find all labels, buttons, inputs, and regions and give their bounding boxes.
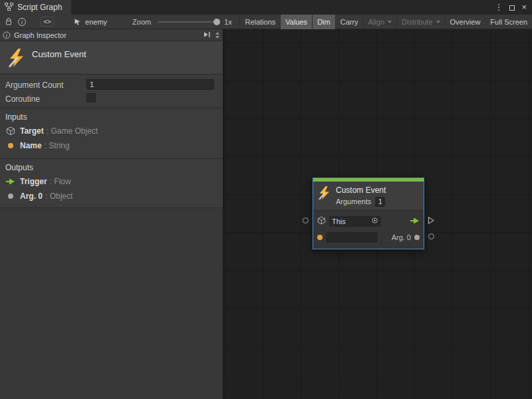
cube-icon xyxy=(317,216,326,227)
code-icon[interactable]: <> xyxy=(38,15,57,29)
port-name: Name xyxy=(20,141,42,150)
argument-count-label: Argument Count xyxy=(5,80,63,90)
relations-button[interactable]: Relations xyxy=(239,15,280,29)
distribute-label: Distribute xyxy=(402,18,432,26)
carry-button[interactable]: Carry xyxy=(335,15,363,29)
zoom-slider[interactable] xyxy=(158,18,219,26)
zoom-handle[interactable] xyxy=(213,19,220,25)
close-icon[interactable]: × xyxy=(521,0,527,15)
node-arguments-label: Arguments xyxy=(336,196,371,207)
overview-button[interactable]: Overview xyxy=(445,15,485,29)
cube-icon xyxy=(5,126,16,136)
custom-event-icon xyxy=(7,47,27,70)
toolbar-buttons: Relations Values Dim Carry Align Distrib… xyxy=(239,15,532,29)
port-type: : Flow xyxy=(50,177,71,186)
coroutine-checkbox[interactable] xyxy=(86,93,96,102)
unit-fields: Argument Count Coroutine xyxy=(0,74,223,108)
chevron-down-icon xyxy=(436,21,440,23)
dim-button[interactable]: Dim xyxy=(312,15,335,29)
node-arg0-row: Arg. 0 xyxy=(317,230,420,244)
graph-toolbar: i <> enemy Zoom 1x Relations Values Dim … xyxy=(0,15,532,29)
output-row-trigger: Trigger : Flow xyxy=(0,176,223,187)
port-name: Trigger xyxy=(20,177,47,186)
tab-title: Script Graph xyxy=(17,3,62,12)
window-controls: ⋮ × xyxy=(494,0,532,15)
object-picker-icon[interactable] xyxy=(371,217,378,225)
object-port-icon[interactable] xyxy=(414,235,420,240)
custom-event-node[interactable]: Custom Event Arguments 1 This xyxy=(313,178,424,249)
port-type: : Object xyxy=(45,192,72,201)
port-type: : Game Object xyxy=(47,126,98,136)
inputs-title: Inputs xyxy=(5,112,27,122)
graph-inspector-panel: i Graph Inspector Custom Event Argument … xyxy=(0,29,223,399)
input-row-name: Name : String xyxy=(0,140,223,151)
distribute-button[interactable]: Distribute xyxy=(396,15,444,29)
dock-panel-icon[interactable] xyxy=(203,31,211,40)
maximize-icon[interactable] xyxy=(509,0,515,15)
outputs-title: Outputs xyxy=(5,163,33,172)
target-dropdown[interactable]: This xyxy=(329,216,381,227)
scroll-up-icon[interactable] xyxy=(215,32,219,35)
code-glyph: <> xyxy=(41,17,54,27)
node-title: Custom Event xyxy=(336,185,386,196)
node-body: This Arg. 0 xyxy=(313,211,424,249)
cursor-icon xyxy=(71,15,84,29)
info-icon: i xyxy=(3,31,11,39)
arg0-label: Arg. 0 xyxy=(392,233,411,241)
port-name: Target xyxy=(20,126,44,136)
lock-icon[interactable] xyxy=(2,15,15,29)
zoom-label: Zoom xyxy=(132,18,151,26)
arg0-input[interactable] xyxy=(326,232,378,243)
node-target-row: This xyxy=(317,214,420,228)
window-titlebar: Script Graph ⋮ × xyxy=(0,0,532,15)
graph-name: enemy xyxy=(85,18,107,26)
panel-scroll-spinner[interactable] xyxy=(213,32,221,39)
coroutine-label: Coroutine xyxy=(5,94,40,104)
tab-script-graph[interactable]: Script Graph xyxy=(0,0,71,15)
output-row-arg0: Arg. 0 : Object xyxy=(0,191,223,201)
inspector-header: i Graph Inspector xyxy=(0,29,223,41)
info-icon[interactable]: i xyxy=(15,15,29,29)
input-row-target: Target : Game Object xyxy=(0,126,223,136)
script-graph-icon xyxy=(5,3,13,13)
node-header[interactable]: Custom Event Arguments 1 xyxy=(313,182,424,211)
custom-event-icon xyxy=(317,185,332,207)
trigger-output-port[interactable] xyxy=(428,216,435,227)
outputs-section: Outputs Trigger : Flow Arg. 0 : Object xyxy=(0,159,223,208)
inputs-section: Inputs Target : Game Object Name : Strin… xyxy=(0,108,223,159)
zoom-track xyxy=(158,21,219,23)
chevron-down-icon xyxy=(388,21,392,23)
maximize-box-glyph xyxy=(509,5,515,11)
inspector-title: Graph Inspector xyxy=(14,31,203,39)
string-port-icon xyxy=(5,143,16,148)
node-arguments-field[interactable]: 1 xyxy=(375,197,385,207)
window-menu-icon[interactable]: ⋮ xyxy=(494,0,503,15)
fullscreen-button[interactable]: Full Screen xyxy=(485,15,532,29)
port-name: Arg. 0 xyxy=(20,192,43,201)
align-button[interactable]: Align xyxy=(363,15,396,29)
scroll-down-icon[interactable] xyxy=(215,36,219,39)
align-label: Align xyxy=(368,18,384,26)
string-port-icon[interactable] xyxy=(317,235,323,240)
arg0-output-port[interactable] xyxy=(428,233,434,239)
info-glyph: i xyxy=(18,18,26,26)
flow-arrow-icon xyxy=(5,178,16,185)
target-dropdown-value: This xyxy=(332,217,346,225)
values-button[interactable]: Values xyxy=(280,15,312,29)
target-input-port[interactable] xyxy=(303,217,309,223)
zoom-value: 1x xyxy=(224,18,232,26)
unit-header: Custom Event xyxy=(0,41,223,74)
flow-arrow-icon xyxy=(410,217,420,226)
argument-count-input[interactable] xyxy=(86,79,214,90)
unit-title: Custom Event xyxy=(32,49,86,59)
object-port-icon xyxy=(5,194,16,199)
port-type: : String xyxy=(45,141,70,150)
